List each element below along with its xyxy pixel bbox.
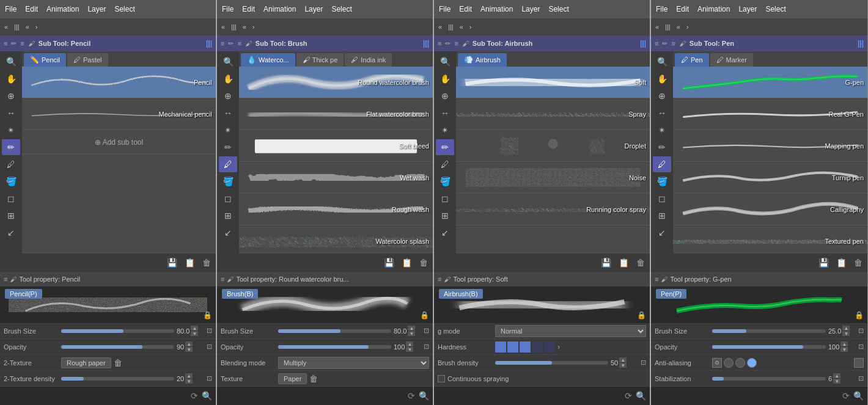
bottom-icon-1[interactable]: 🔍 (202, 391, 212, 401)
toolbar-icon-0[interactable]: « (653, 22, 661, 32)
left-icon-3[interactable]: ↔ (436, 105, 454, 121)
toolbar-icon-0[interactable]: « (219, 22, 227, 32)
prop-spinner-0[interactable]: ▲ ▼ (191, 326, 198, 336)
left-icon-6[interactable]: 🖊 (2, 156, 20, 172)
footer-icon-0[interactable]: 💾 (164, 257, 180, 269)
left-icon-0[interactable]: 🔍 (2, 54, 20, 70)
prop-slider-3[interactable] (712, 377, 826, 381)
footer-icon-0[interactable]: 💾 (816, 257, 831, 269)
prop-select-2[interactable]: Multiply (278, 357, 429, 369)
menu-item-select[interactable]: Select (765, 5, 785, 13)
brush-item-2[interactable]: Soft bleed (239, 130, 433, 162)
spinner-down-1[interactable]: ▼ (185, 347, 193, 352)
delete-texture-icon-3[interactable]: 🗑 (309, 374, 318, 384)
menu-item-file[interactable]: File (439, 5, 451, 13)
delete-texture-icon-2[interactable]: 🗑 (114, 358, 122, 368)
brush-tab-1[interactable]: 🖌Thick pe (296, 53, 344, 67)
continuous-spray-check[interactable] (438, 375, 445, 382)
brush-item-1[interactable]: Flat watercolor brush (239, 98, 433, 130)
footer-icon-2[interactable]: 🗑 (851, 257, 865, 269)
left-icon-1[interactable]: ✋ (436, 71, 454, 87)
brush-item-1[interactable]: Spray (456, 98, 650, 130)
left-icon-0[interactable]: 🔍 (219, 54, 237, 70)
toolbar-icon-3[interactable]: › (34, 22, 40, 32)
lock-icon[interactable]: 🔒 (203, 311, 212, 319)
hard-sq-3[interactable] (532, 341, 543, 352)
prop-slider-0[interactable] (278, 329, 391, 333)
brush-tab-0[interactable]: 💨Airbrush (458, 53, 507, 67)
menu-item-layer[interactable]: Layer (738, 5, 757, 13)
spinner-up-1[interactable]: ▲ (406, 341, 413, 346)
brush-tab-1[interactable]: 🖊Marker (710, 53, 753, 67)
brush-item-0[interactable]: Pencil (22, 67, 216, 98)
texture-button-2[interactable]: Rough paper (61, 357, 111, 368)
left-icon-0[interactable]: 🔍 (653, 54, 671, 70)
left-icon-4[interactable]: ✴ (2, 122, 20, 138)
brush-list[interactable]: PencilMechanical pencil⊕ Add sub tool (22, 67, 216, 254)
prop-select-0[interactable]: Normal (495, 325, 646, 337)
brush-item-2[interactable]: Droplet (456, 130, 650, 162)
brush-list[interactable]: Round watercolor brushFlat watercolor br… (239, 67, 433, 254)
left-icon-9[interactable]: ⊞ (2, 208, 20, 224)
left-icon-8[interactable]: ◻ (219, 191, 237, 206)
prop-slider-0[interactable] (61, 329, 174, 333)
toolbar-icon-1[interactable]: ||| (446, 22, 455, 32)
left-icon-1[interactable]: ✋ (653, 71, 671, 87)
brush-item-5[interactable]: Watercolor splash (239, 225, 433, 254)
footer-icon-1[interactable]: 📋 (834, 257, 849, 269)
left-icon-10[interactable]: ↙ (436, 225, 454, 241)
spinner-up-3[interactable]: ▲ (833, 373, 840, 378)
toolbar-icon-2[interactable]: « (24, 22, 31, 32)
brush-item-3[interactable]: Noise (456, 162, 650, 194)
spinner-up-1[interactable]: ▲ (185, 341, 193, 346)
brush-item-1[interactable]: Real G-Pen (673, 98, 867, 130)
aa-icon-gear[interactable]: ⚙ (712, 358, 722, 368)
left-icon-10[interactable]: ↙ (2, 225, 20, 241)
bottom-icon-1[interactable]: 🔍 (636, 391, 646, 401)
brush-item-3[interactable]: Turnip pen (673, 162, 867, 194)
left-icon-7[interactable]: 🪣 (653, 173, 671, 189)
footer-icon-0[interactable]: 💾 (598, 257, 614, 269)
left-icon-3[interactable]: ↔ (2, 105, 20, 121)
left-icon-9[interactable]: ⊞ (436, 208, 454, 224)
spinner-down-2[interactable]: ▼ (619, 363, 627, 368)
menu-item-select[interactable]: Select (548, 5, 568, 13)
menu-item-layer[interactable]: Layer (304, 5, 323, 13)
left-icon-9[interactable]: ⊞ (219, 208, 237, 224)
prop-spinner-3[interactable]: ▲ ▼ (833, 373, 840, 384)
left-icon-1[interactable]: ✋ (2, 71, 20, 87)
toolbar-icon-0[interactable]: « (2, 22, 10, 32)
menu-item-animation[interactable]: Animation (480, 5, 513, 13)
left-icon-0[interactable]: 🔍 (436, 54, 454, 70)
left-icon-3[interactable]: ↔ (219, 105, 237, 121)
brush-item-0[interactable]: G-pen (673, 67, 867, 98)
prop-lock-0[interactable]: ⊡ (424, 327, 429, 335)
footer-icon-2[interactable]: 🗑 (417, 257, 430, 269)
prop-lock-1[interactable]: ⊡ (858, 343, 864, 351)
brush-item-3[interactable]: Wet wash (239, 162, 433, 194)
hard-sq-4[interactable] (544, 341, 555, 352)
subtool-collapse[interactable]: ||| (206, 39, 212, 48)
brush-item-0[interactable]: Round watercolor brush (239, 67, 433, 98)
left-icon-10[interactable]: ↙ (653, 225, 671, 241)
spinner-up-3[interactable]: ▲ (185, 373, 193, 378)
footer-icon-0[interactable]: 💾 (381, 257, 397, 269)
menu-item-file[interactable]: File (656, 5, 668, 13)
prop-spinner-1[interactable]: ▲ ▼ (406, 341, 413, 352)
aa-circle-2[interactable] (747, 358, 757, 368)
left-icon-7[interactable]: 🪣 (219, 173, 237, 189)
left-icon-4[interactable]: ✴ (436, 122, 454, 138)
prop-spinner-1[interactable]: ▲ ▼ (840, 341, 848, 352)
toolbar-icon-0[interactable]: « (436, 22, 444, 32)
footer-icon-2[interactable]: 🗑 (200, 257, 213, 269)
menu-item-edit[interactable]: Edit (676, 5, 689, 13)
prop-spinner-3[interactable]: ▲ ▼ (185, 373, 193, 384)
spinner-down-1[interactable]: ▼ (840, 347, 848, 352)
lock-icon[interactable]: 🔒 (855, 311, 864, 319)
left-icon-8[interactable]: ◻ (436, 191, 454, 206)
left-icon-4[interactable]: ✴ (219, 122, 237, 138)
menu-item-edit[interactable]: Edit (25, 5, 38, 13)
spinner-down-0[interactable]: ▼ (842, 331, 850, 336)
bottom-icon-0[interactable]: ⟳ (191, 391, 198, 401)
hardness-expand-icon[interactable]: › (557, 343, 560, 351)
